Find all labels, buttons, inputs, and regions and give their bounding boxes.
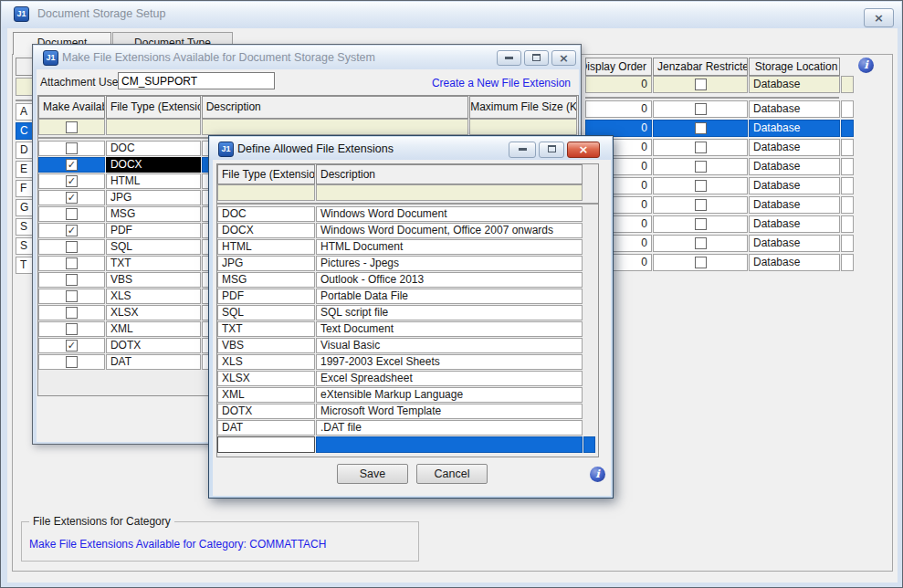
- save-button[interactable]: Save: [337, 464, 408, 484]
- description-cell[interactable]: Visual Basic: [316, 338, 583, 353]
- make-available-cell[interactable]: [38, 272, 105, 288]
- category-row[interactable]: S: [16, 237, 32, 255]
- description-filter[interactable]: [202, 119, 469, 135]
- file-extension-row[interactable]: XLS1997-2003 Excel Sheets: [217, 354, 598, 370]
- jenzabar-restricted-cell[interactable]: [653, 254, 748, 271]
- column-header-storage-location[interactable]: Storage Location: [749, 58, 840, 76]
- make-available-cell[interactable]: [38, 305, 105, 320]
- checkbox[interactable]: [66, 307, 78, 319]
- description-cell[interactable]: Microsoft Word Template: [316, 404, 583, 419]
- file-type-cell[interactable]: DAT: [106, 354, 201, 370]
- column-header-description[interactable]: Description: [316, 164, 583, 184]
- description-cell[interactable]: Outlook - Office 2013: [316, 272, 583, 288]
- description-cell[interactable]: Pictures - Jpegs: [316, 256, 583, 271]
- make-available-cell[interactable]: [38, 321, 105, 337]
- category-table-row[interactable]: 0Database: [585, 100, 856, 118]
- checkbox[interactable]: [695, 257, 707, 268]
- category-row[interactable]: D: [16, 142, 32, 159]
- checkbox[interactable]: [695, 79, 707, 90]
- file-extension-row[interactable]: JPGPictures - Jpegs: [217, 256, 598, 271]
- make-available-cell[interactable]: [38, 239, 105, 255]
- file-type-cell[interactable]: DOCX: [217, 223, 315, 238]
- category-table-row[interactable]: 0Database: [585, 120, 856, 137]
- column-header-max-file-size[interactable]: Maximum File Size (KB): [469, 96, 577, 119]
- category-row[interactable]: F: [16, 180, 32, 197]
- file-type-cell[interactable]: VBS: [217, 338, 315, 353]
- checkbox[interactable]: [66, 241, 78, 253]
- category-row[interactable]: S: [16, 218, 32, 236]
- description-cell[interactable]: Windows Word Document, Office 2007 onwar…: [316, 223, 583, 238]
- file-type-cell[interactable]: XLSX: [217, 371, 315, 386]
- description-cell[interactable]: [316, 436, 583, 453]
- jenzabar-restricted-cell[interactable]: [653, 158, 748, 175]
- new-extension-row[interactable]: [217, 436, 598, 453]
- info-icon[interactable]: i: [590, 467, 605, 482]
- checkbox[interactable]: [695, 122, 707, 134]
- file-type-cell[interactable]: DOTX: [217, 404, 315, 419]
- category-row[interactable]: C: [16, 122, 32, 140]
- checkbox[interactable]: [695, 237, 707, 249]
- category-row[interactable]: A: [16, 103, 32, 121]
- category-filter-cell[interactable]: [16, 78, 32, 96]
- main-close-button[interactable]: ×: [864, 8, 894, 27]
- checkbox[interactable]: [66, 356, 78, 368]
- jenzabar-restricted-cell[interactable]: [653, 196, 748, 214]
- jenzabar-restricted-cell[interactable]: [653, 235, 748, 252]
- file-type-cell[interactable]: PDF: [217, 289, 315, 304]
- file-type-cell[interactable]: DAT: [217, 420, 315, 436]
- file-type-cell[interactable]: TXT: [106, 256, 201, 271]
- checkbox-checked[interactable]: ✓: [66, 340, 78, 352]
- file-extension-row[interactable]: HTMLHTML Document: [217, 239, 598, 255]
- checkbox[interactable]: [695, 142, 707, 153]
- category-table-row[interactable]: 0Database: [585, 177, 856, 194]
- maximize-button[interactable]: [524, 50, 549, 66]
- checkbox[interactable]: [695, 218, 707, 230]
- description-filter[interactable]: [316, 184, 583, 201]
- category-table-filter-row[interactable]: 0Database: [585, 76, 856, 93]
- file-type-cell[interactable]: SQL: [106, 239, 201, 255]
- checkbox-checked[interactable]: ✓: [66, 225, 78, 236]
- category-table-row[interactable]: 0Database: [585, 139, 856, 156]
- checkbox[interactable]: [695, 199, 707, 211]
- file-type-cell[interactable]: HTML: [106, 173, 201, 189]
- description-cell[interactable]: 1997-2003 Excel Sheets: [316, 354, 583, 370]
- description-cell[interactable]: .DAT file: [316, 420, 583, 436]
- make-extensions-available-link[interactable]: Make File Extensions Available for Categ…: [29, 538, 326, 551]
- make-available-cell[interactable]: [38, 206, 105, 222]
- file-type-cell[interactable]: XLS: [106, 289, 201, 304]
- checkbox[interactable]: [66, 142, 78, 154]
- file-type-cell[interactable]: XML: [217, 387, 315, 403]
- file-extension-row[interactable]: DAT.DAT file: [217, 420, 598, 436]
- column-header-file-type[interactable]: File Type (Extension): [217, 164, 315, 184]
- checkbox[interactable]: [66, 121, 78, 133]
- make-available-cell[interactable]: [38, 354, 105, 370]
- checkbox[interactable]: [695, 161, 707, 173]
- make-available-cell[interactable]: [38, 289, 105, 304]
- category-table-row[interactable]: 0Database: [585, 235, 856, 252]
- file-type-cell[interactable]: TXT: [217, 321, 315, 337]
- file-type-cell[interactable]: PDF: [106, 223, 201, 238]
- file-extension-row[interactable]: TXTText Document: [217, 321, 598, 337]
- file-extension-row[interactable]: DOCXWindows Word Document, Office 2007 o…: [217, 223, 598, 238]
- jenzabar-restricted-cell[interactable]: [653, 215, 748, 233]
- description-cell[interactable]: Portable Data File: [316, 289, 583, 304]
- file-extension-row[interactable]: XLSXExcel Spreadsheet: [217, 371, 598, 386]
- checkbox[interactable]: [695, 180, 707, 192]
- file-type-cell[interactable]: DOTX: [106, 338, 201, 353]
- file-extension-row[interactable]: DOTXMicrosoft Word Template: [217, 404, 598, 419]
- file-type-cell[interactable]: XLS: [217, 354, 315, 370]
- file-type-cell[interactable]: DOC: [106, 141, 201, 156]
- cancel-button[interactable]: Cancel: [416, 464, 488, 484]
- description-cell[interactable]: eXtensible Markup Language: [316, 387, 583, 403]
- make-available-cell[interactable]: ✓: [38, 338, 105, 353]
- column-header-description[interactable]: Description: [202, 96, 469, 119]
- minimize-button[interactable]: [497, 50, 521, 66]
- file-type-cell[interactable]: JPG: [217, 256, 315, 271]
- display-order-cell[interactable]: 0: [585, 76, 652, 93]
- file-extension-row[interactable]: SQLSQL script file: [217, 305, 598, 320]
- make-available-cell[interactable]: ✓: [38, 173, 105, 189]
- file-type-cell[interactable]: VBS: [106, 272, 201, 288]
- make-available-cell[interactable]: ✓: [38, 223, 105, 238]
- jenzabar-restricted-cell[interactable]: [653, 177, 748, 194]
- category-table-row[interactable]: 0Database: [585, 158, 856, 175]
